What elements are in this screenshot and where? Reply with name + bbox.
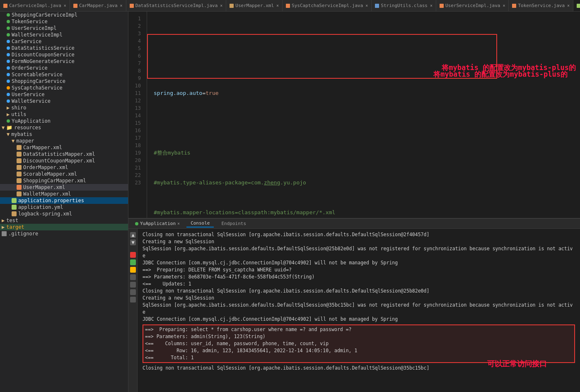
console-highlight-box: ==> Preparing: select * from carshop.use… bbox=[143, 324, 575, 363]
xml-icon bbox=[230, 4, 234, 8]
sidebar: ShoppingCarServiceImpl TokenService User… bbox=[0, 12, 128, 392]
console-line-2: Creating a new SqlSession bbox=[143, 238, 575, 245]
close-icon[interactable]: × bbox=[503, 3, 505, 8]
sidebar-item-mapper-folder[interactable]: ▼ mapper bbox=[0, 138, 128, 144]
tab-carserviceimpl[interactable]: CarServiceImpl.java × bbox=[0, 0, 70, 12]
sidebar-item-discountcouponmapper[interactable]: DiscountCouponMapper.xml bbox=[0, 157, 128, 164]
green-dot-icon bbox=[7, 13, 10, 17]
sidebar-item-shoppingcarmapper[interactable]: ShoppingCarMapper.xml bbox=[0, 177, 128, 184]
scroll-up-btn[interactable]: ▲ bbox=[130, 232, 136, 238]
sidebar-item-label: WalletService bbox=[12, 98, 51, 104]
settings-btn[interactable] bbox=[130, 282, 136, 288]
sidebar-item-datastatistics[interactable]: DataStatisticsService bbox=[0, 45, 128, 51]
code-lines: spring.aop.auto=true #整合mybatis #mybatis… bbox=[147, 12, 580, 218]
run-label: YuApplication × bbox=[132, 220, 183, 227]
close-icon[interactable]: × bbox=[365, 3, 368, 8]
sidebar-item-label: test bbox=[6, 218, 18, 223]
sidebar-item-discountcoupon[interactable]: DiscountCouponService bbox=[0, 51, 128, 58]
java-icon bbox=[3, 4, 7, 8]
console-output[interactable]: Closing non transactional SqlSession [or… bbox=[138, 229, 580, 392]
sidebar-item-resources[interactable]: ▼ 📁 resources bbox=[0, 124, 128, 131]
blue-dot-icon bbox=[7, 73, 10, 76]
sidebar-item-tokenservice[interactable]: TokenService bbox=[0, 18, 128, 25]
sidebar-item-label: WalletMapper.xml bbox=[23, 191, 71, 197]
sidebar-item-datastatisticsmapper[interactable]: DataStatisticsMapper.xml bbox=[0, 151, 128, 157]
sidebar-item-syscaptchaservice[interactable]: SysCaptchaService bbox=[0, 85, 128, 91]
sidebar-item-carservice[interactable]: CarService bbox=[0, 38, 128, 45]
run-btn[interactable] bbox=[130, 259, 136, 265]
code-line-4: #整合mybatis bbox=[154, 149, 580, 157]
sidebar-item-userservice[interactable]: UserService bbox=[0, 91, 128, 98]
prop-file-icon bbox=[12, 198, 17, 203]
tab-console[interactable]: Console bbox=[186, 220, 214, 227]
tab-label: CarMapper.java bbox=[79, 3, 118, 8]
scroll-down-btn[interactable]: ▼ bbox=[130, 240, 136, 245]
close-icon[interactable]: × bbox=[567, 3, 570, 8]
sidebar-item-scorable[interactable]: ScoretableService bbox=[0, 71, 128, 78]
sidebar-item-walletmapper[interactable]: WalletMapper.xml bbox=[0, 191, 128, 197]
xml-file-icon bbox=[17, 158, 22, 163]
tab-userserviceimpl[interactable]: UserServiceImpl.java × bbox=[436, 0, 509, 12]
sidebar-item-label: ShoppingCarServiceImpl bbox=[12, 12, 77, 18]
pause-btn[interactable] bbox=[130, 267, 136, 273]
cls-icon bbox=[375, 4, 379, 8]
sidebar-item-application-properties[interactable]: application.properties bbox=[0, 197, 128, 204]
blue-dot-icon bbox=[7, 93, 10, 96]
sidebar-item-carmapper-xml[interactable]: CarMapper.xml bbox=[0, 144, 128, 151]
sidebar-item-label: ScorableMapper.xml bbox=[23, 171, 77, 177]
sidebar-item-target[interactable]: ▶ target bbox=[0, 224, 128, 230]
sidebar-item-label: mybatis bbox=[11, 131, 32, 137]
wrap-btn[interactable] bbox=[130, 297, 136, 302]
sidebar-item-application-yml[interactable]: application.yml bbox=[0, 204, 128, 211]
sidebar-item-logback[interactable]: logback-spring.xml bbox=[0, 211, 128, 217]
xml-file-icon bbox=[17, 165, 22, 170]
sidebar-item-orderservice[interactable]: OrderService bbox=[0, 65, 128, 71]
tab-usermapper[interactable]: UserMapper.xml × bbox=[226, 0, 283, 12]
tab-datastatistics[interactable]: DataStatisticsServiceImpl.java × bbox=[126, 0, 227, 12]
sidebar-item-walletserviceimpl[interactable]: WalletServiceImpl bbox=[0, 31, 128, 38]
green-dot-icon bbox=[7, 33, 10, 36]
tab-label: UserServiceImpl.java bbox=[445, 3, 500, 8]
sidebar-item-utils[interactable]: ▶ utils bbox=[0, 111, 128, 118]
tab-walletservice[interactable]: WalletService.java × bbox=[573, 0, 580, 12]
sidebar-item-shoppingcarservice[interactable]: ShoppingCarService bbox=[0, 78, 128, 85]
sidebar-item-scorablemapper[interactable]: ScorableMapper.xml bbox=[0, 171, 128, 177]
sidebar-item-userserviceimpl[interactable]: UserServiceImpl bbox=[0, 25, 128, 31]
close-icon[interactable]: × bbox=[430, 3, 433, 8]
stop-btn[interactable] bbox=[130, 252, 136, 258]
close-icon[interactable]: × bbox=[220, 3, 222, 8]
sidebar-item-shiro[interactable]: ▶ shiro bbox=[0, 104, 128, 111]
tab-carmapper[interactable]: CarMapper.java × bbox=[70, 0, 126, 12]
close-icon[interactable]: × bbox=[64, 3, 66, 8]
code-line-2: spring.aop.auto=true bbox=[154, 90, 580, 97]
console-line-3: SqlSession [org.apache.ibatis.session.de… bbox=[143, 245, 575, 259]
console-line-12: ==> Preparing: select * from carshop.use… bbox=[145, 326, 573, 333]
blue-dot-icon bbox=[7, 60, 10, 63]
close-icon[interactable]: × bbox=[120, 3, 123, 8]
code-editor[interactable]: 1 2 3 4 5 6 7 8 9 10 11 12 13 14 bbox=[128, 12, 580, 218]
sidebar-item-yuapplication[interactable]: YuApplication bbox=[0, 118, 128, 124]
close-icon[interactable]: × bbox=[276, 3, 279, 8]
sidebar-item-usermapper-xml[interactable]: UserMapper.xml bbox=[0, 184, 128, 191]
sidebar-item-test[interactable]: ▶ test bbox=[0, 217, 128, 224]
filter-btn[interactable] bbox=[130, 289, 136, 295]
sidebar-item-formnogenerate[interactable]: FormNoGenerateService bbox=[0, 58, 128, 65]
green-dot-icon bbox=[7, 27, 10, 30]
sidebar-item-walletservice[interactable]: WalletService bbox=[0, 98, 128, 104]
folder-icon: ▶ bbox=[2, 218, 5, 223]
sidebar-item-label: DataStatisticsMapper.xml bbox=[23, 151, 95, 157]
build-btn[interactable] bbox=[130, 274, 136, 280]
tab-stringutils[interactable]: StringUtils.class × bbox=[372, 0, 436, 12]
java-icon bbox=[286, 4, 290, 8]
sidebar-item-gitignore[interactable]: .gitignore bbox=[0, 230, 128, 237]
sidebar-item-label: DataStatisticsService bbox=[12, 45, 75, 51]
tab-syscaptcha[interactable]: SysCaptchaServiceImpl.java × bbox=[283, 0, 372, 12]
sidebar-item-shoppingcar[interactable]: ShoppingCarServiceImpl bbox=[0, 12, 128, 18]
tab-endpoints[interactable]: Endpoints bbox=[217, 220, 250, 227]
sidebar-item-ordermapper[interactable]: OrderMapper.xml bbox=[0, 164, 128, 171]
tab-tokenservice[interactable]: TokenService.java × bbox=[509, 0, 573, 12]
sidebar-item-mybatis[interactable]: ▼ mybatis bbox=[0, 131, 128, 138]
orange-dot-icon bbox=[7, 86, 10, 90]
sidebar-item-label: application.yml bbox=[18, 204, 63, 210]
blue-dot-icon bbox=[7, 99, 10, 103]
